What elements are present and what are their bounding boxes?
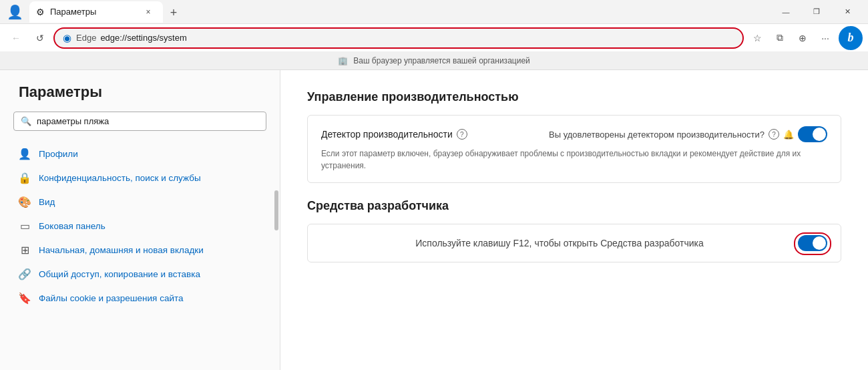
sidebar-item-sharing[interactable]: 🔗 Общий доступ, копирование и вставка — [0, 262, 280, 286]
devtools-card-row: Используйте клавишу F12, чтобы открыть С… — [321, 235, 827, 251]
sidebar-item-privacy-label: Конфиденциальность, поиск и службы — [39, 173, 201, 183]
close-button[interactable]: ✕ — [832, 1, 863, 23]
devtools-label: Используйте клавишу F12, чтобы открыть С… — [321, 238, 798, 248]
sidebar-item-sidebar[interactable]: ▭ Боковая панель — [0, 214, 280, 238]
content-area: Управление производительностью Детектор … — [280, 70, 868, 370]
active-tab[interactable]: ⚙ Параметры × — [29, 1, 163, 23]
sidebar-item-appearance-label: Вид — [39, 197, 55, 207]
devtools-toggle-wrap — [798, 235, 827, 251]
address-label: Edge — [76, 33, 96, 43]
nav-actions: ☆ ⧉ ⊕ ··· — [746, 27, 836, 49]
address-favicon: ◉ — [61, 33, 72, 43]
perf-notify-icon: 🔔 — [783, 130, 794, 140]
menu-button[interactable]: ··· — [815, 27, 836, 49]
devtools-toggle[interactable] — [798, 235, 827, 251]
address-bar[interactable]: ◉ Edge edge://settings/system — [53, 27, 744, 49]
nav-list: 👤 Профили 🔒 Конфиденциальность, поиск и … — [0, 142, 280, 310]
sidebar-icon: ▭ — [19, 220, 31, 232]
profiles-icon: 👤 — [19, 148, 31, 160]
profile-icon[interactable]: 👤 — [5, 3, 24, 21]
tab-favicon: ⚙ — [36, 7, 45, 17]
newtab-icon: ⊞ — [19, 244, 31, 256]
window-controls: — ❒ ✕ — [771, 1, 863, 23]
splitscreen-button[interactable]: ⧉ — [769, 27, 791, 49]
sidebar-item-profiles-label: Профили — [39, 149, 78, 159]
nav-bar: ← ↺ ◉ Edge edge://settings/system ☆ ⧉ ⊕ … — [0, 23, 868, 51]
refresh-button[interactable]: ↺ — [29, 27, 51, 49]
policy-text: Ваш браузер управляется вашей организаци… — [353, 56, 530, 65]
restore-button[interactable]: ❒ — [801, 1, 832, 23]
tab-bar: ⚙ Параметры × + — [29, 1, 765, 23]
sidebar-item-appearance[interactable]: 🎨 Вид — [0, 190, 280, 214]
perf-detector-title: Детектор производительности ? — [321, 129, 467, 140]
devtools-card: Используйте клавишу F12, чтобы открыть С… — [307, 224, 841, 262]
search-icon: 🔍 — [21, 116, 31, 126]
bing-button[interactable]: b — [839, 26, 863, 50]
sidebar-title: Параметры — [0, 83, 280, 112]
sidebar-scrollbar[interactable] — [274, 190, 278, 230]
policy-bar: 🏢 Ваш браузер управляется вашей организа… — [0, 51, 868, 70]
minimize-button[interactable]: — — [771, 1, 801, 23]
main-content: Параметры 🔍 👤 Профили 🔒 Конфиденциальнос… — [0, 70, 868, 370]
performance-card: Детектор производительности ? Вы удовлет… — [307, 115, 841, 183]
search-input[interactable] — [37, 116, 259, 126]
perf-question: Вы удовлетворены детектором производител… — [549, 126, 827, 142]
performance-card-row1: Детектор производительности ? Вы удовлет… — [321, 126, 827, 142]
sidebar-item-cookies[interactable]: 🔖 Файлы cookie и разрешения сайта — [0, 286, 280, 310]
perf-toggle[interactable] — [798, 126, 827, 142]
sidebar-item-newtab[interactable]: ⊞ Начальная, домашняя и новая вкладки — [0, 238, 280, 262]
sidebar-item-newtab-label: Начальная, домашняя и новая вкладки — [39, 245, 204, 255]
tab-label: Параметры — [50, 7, 96, 17]
address-url: edge://settings/system — [100, 33, 736, 43]
sidebar-item-sharing-label: Общий доступ, копирование и вставка — [39, 269, 200, 279]
sidebar-item-cookies-label: Файлы cookie и разрешения сайта — [39, 293, 184, 303]
section2-title: Средства разработчика — [307, 199, 841, 213]
sidebar-item-profiles[interactable]: 👤 Профили — [0, 142, 280, 166]
cookies-icon: 🔖 — [19, 292, 31, 304]
favorites-button[interactable]: ⊕ — [792, 27, 813, 49]
appearance-icon: 🎨 — [19, 196, 31, 208]
sidebar-item-sidebar-label: Боковая панель — [39, 221, 105, 231]
sidebar: Параметры 🔍 👤 Профили 🔒 Конфиденциальнос… — [0, 70, 280, 370]
sidebar-item-privacy[interactable]: 🔒 Конфиденциальность, поиск и службы — [0, 166, 280, 190]
bookmark-button[interactable]: ☆ — [746, 27, 768, 49]
perf-info-icon[interactable]: ? — [457, 129, 467, 140]
close-tab-button[interactable]: × — [143, 7, 154, 17]
sharing-icon: 🔗 — [19, 268, 31, 280]
back-button[interactable]: ← — [5, 27, 27, 49]
section1-title: Управление производительностью — [307, 90, 841, 104]
perf-description: Если этот параметр включен, браузер обна… — [321, 148, 827, 172]
title-bar: 👤 ⚙ Параметры × + — ❒ ✕ — [0, 0, 868, 23]
new-tab-button[interactable]: + — [164, 4, 183, 23]
privacy-icon: 🔒 — [19, 172, 31, 184]
perf-question-info-icon[interactable]: ? — [769, 129, 779, 140]
search-box[interactable]: 🔍 — [13, 112, 266, 131]
policy-icon: 🏢 — [338, 56, 348, 65]
